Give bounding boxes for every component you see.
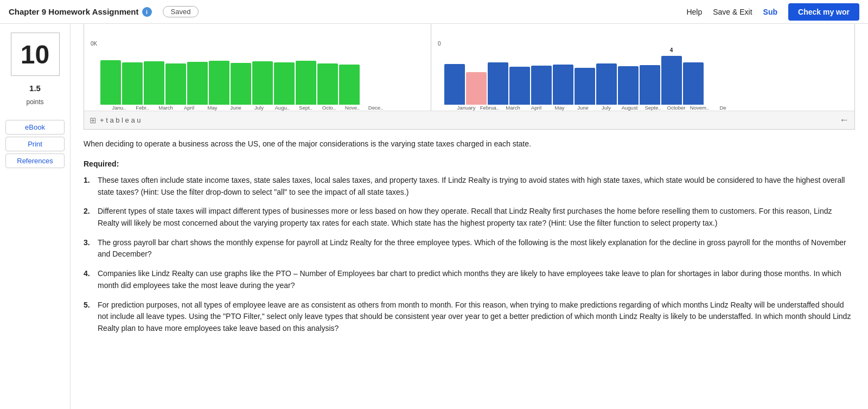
- bar-aug: [252, 61, 273, 105]
- chart-container: 0K: [84, 24, 855, 130]
- chart-right: 0 4: [431, 24, 854, 111]
- print-button[interactable]: Print: [5, 137, 65, 151]
- question-number-box: 10: [11, 33, 60, 76]
- save-exit-link[interactable]: Save & Exit: [713, 8, 752, 16]
- bar-apr: [165, 63, 186, 105]
- left-sidebar: 10 1.5 points eBook Print References: [0, 24, 71, 409]
- references-button[interactable]: References: [5, 154, 65, 168]
- tableau-grid-icon: ⊞: [90, 116, 97, 125]
- chart-panels: 0K: [84, 24, 854, 111]
- sidebar-buttons: eBook Print References: [5, 120, 65, 168]
- question-number: 10: [21, 40, 49, 69]
- title-text: Chapter 9 Homework Assignment: [9, 7, 139, 16]
- question-body: When deciding to operate a business acro…: [84, 130, 855, 335]
- back-arrow-icon[interactable]: ←: [839, 114, 849, 126]
- rbar-sep: [618, 66, 639, 105]
- rbar-may: [531, 66, 552, 105]
- rbar-jan: [444, 64, 465, 105]
- bar-jun: [209, 61, 229, 105]
- tableau-toolbar: ⊞ + t a b l e a u ←: [84, 111, 854, 129]
- rbar-dec: [683, 62, 704, 105]
- rbar-nov-container: 4: [661, 56, 682, 105]
- bar-feb: [122, 62, 143, 105]
- bar-mar: [144, 61, 164, 105]
- rbar-oct: [640, 65, 660, 105]
- left-y-axis-label: 0K: [91, 40, 97, 47]
- top-bar: Chapter 9 Homework Assignment i Saved He…: [0, 0, 868, 24]
- list-item: 2. Different types of state taxes will i…: [84, 206, 855, 229]
- x-axis-labels-left: Janu.. Febr.. March April May June July …: [88, 105, 389, 111]
- bar-may: [187, 62, 208, 105]
- rbar-aug: [596, 63, 617, 105]
- tableau-label: + t a b l e a u: [100, 116, 141, 124]
- saved-badge: Saved: [163, 6, 199, 17]
- bar-row-left: 0K: [88, 40, 362, 105]
- list-item: 5. For prediction purposes, not all type…: [84, 299, 855, 335]
- bar-sep: [274, 62, 295, 105]
- list-item: 3. The gross payroll bar chart shows the…: [84, 237, 855, 260]
- rbar-apr: [509, 67, 530, 105]
- page-title: Chapter 9 Homework Assignment i: [9, 7, 152, 17]
- bar-oct: [296, 61, 316, 105]
- points-label: points: [26, 98, 43, 106]
- list-item: 1. These taxes often include state incom…: [84, 175, 855, 198]
- top-bar-right: Help Save & Exit Sub Check my wor: [686, 3, 859, 21]
- check-work-button[interactable]: Check my wor: [788, 3, 859, 21]
- list-item: 4. Companies like Lindz Realty can use g…: [84, 268, 855, 291]
- intro-text: When deciding to operate a business acro…: [84, 138, 855, 150]
- rbar-jun: [553, 65, 573, 105]
- rbar-jul: [575, 68, 595, 105]
- bar-dec: [339, 65, 360, 105]
- bar-jul: [231, 63, 251, 105]
- question-list: 1. These taxes often include state incom…: [84, 175, 855, 335]
- bar-row-right: 0 4: [436, 40, 706, 105]
- rbar-nov-label: 4: [670, 47, 673, 53]
- points-value: 1.5: [29, 84, 41, 93]
- chart-left: 0K: [84, 24, 431, 111]
- rbar-feb: [466, 72, 487, 105]
- ebook-button[interactable]: eBook: [5, 120, 65, 135]
- rbar-mar: [488, 62, 508, 105]
- info-icon[interactable]: i: [142, 7, 152, 17]
- required-label: Required:: [84, 159, 855, 168]
- x-axis-labels-right: January Februa.. March April May June Ju…: [436, 105, 736, 111]
- bar-nov: [317, 63, 338, 105]
- bar-jan: [100, 60, 121, 105]
- content-area: 0K: [71, 24, 868, 409]
- submit-link[interactable]: Sub: [763, 8, 777, 16]
- right-y-axis-label: 0: [438, 40, 441, 47]
- rbar-nov: [661, 56, 682, 105]
- main-layout: 10 1.5 points eBook Print References 0K: [0, 24, 868, 409]
- help-link[interactable]: Help: [686, 8, 702, 16]
